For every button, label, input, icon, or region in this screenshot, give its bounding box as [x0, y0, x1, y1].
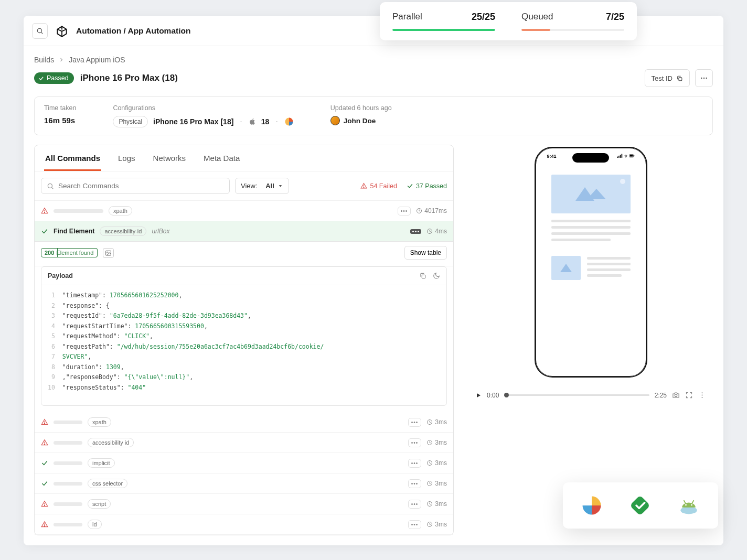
time-taken-label: Time taken [44, 104, 76, 112]
locator-pill: accessibility-id [100, 227, 146, 236]
svg-point-31 [44, 526, 45, 526]
row-more-button[interactable]: ••• [408, 520, 422, 529]
tab-meta-data[interactable]: Meta Data [202, 145, 241, 171]
svg-rect-34 [618, 156, 619, 158]
fullscreen-icon[interactable] [685, 391, 693, 399]
framework-icon [284, 117, 294, 126]
configurations-label: Configurations [113, 104, 293, 112]
updated-label: Updated 6 hours ago [330, 104, 392, 112]
svg-rect-39 [629, 155, 633, 157]
camera-icon[interactable] [672, 391, 680, 399]
svg-point-28 [44, 505, 45, 506]
theme-icon[interactable] [433, 272, 440, 279]
more-menu-button[interactable] [695, 69, 713, 87]
queued-label: Queued [521, 12, 553, 23]
passed-count: 37 Passed [407, 182, 447, 190]
failed-count: 54 Failed [360, 182, 397, 190]
tab-networks[interactable]: Networks [152, 145, 187, 171]
row-more-button[interactable]: ••• [398, 207, 411, 216]
parallel-label: Parallel [392, 12, 422, 23]
svg-point-23 [44, 444, 45, 445]
row-time: 3ms [426, 521, 447, 528]
svg-point-7 [48, 184, 52, 188]
row-more-button[interactable]: ••• [408, 479, 422, 488]
play-icon[interactable] [475, 392, 482, 399]
check-icon [407, 182, 413, 189]
show-table-button[interactable]: Show table [404, 246, 447, 260]
device-name: iPhone 16 Pro Max [18] [153, 117, 233, 126]
copy-icon[interactable] [419, 272, 426, 279]
svg-line-8 [52, 187, 54, 189]
row-more-button[interactable]: ••• [408, 418, 422, 427]
row-more-button[interactable]: ••• [408, 459, 422, 468]
command-row[interactable]: script•••3ms [35, 494, 453, 514]
chevron-right-icon [58, 57, 65, 63]
search-commands-input[interactable] [41, 178, 230, 194]
player-track[interactable] [504, 394, 649, 396]
command-row[interactable]: xpath ••• 4017ms [35, 201, 453, 221]
command-row[interactable]: css selector•••3ms [35, 473, 453, 494]
tab-logs[interactable]: Logs [117, 145, 136, 171]
search-icon [36, 27, 44, 35]
svg-point-45 [702, 397, 703, 398]
svg-point-20 [44, 424, 45, 424]
summary-card: Time taken 16m 59s Configurations Physic… [34, 96, 713, 135]
svg-rect-46 [629, 495, 650, 516]
preview-thumb [551, 256, 581, 280]
svg-point-43 [702, 392, 703, 393]
phone-time: 9:41 [547, 154, 557, 159]
row-detail-button[interactable] [410, 229, 421, 234]
check-icon [38, 76, 44, 81]
test-id-button[interactable]: Test ID [645, 69, 690, 87]
row-time: 3ms [426, 480, 447, 487]
more-vertical-icon[interactable] [698, 391, 706, 399]
configurations-row: Physical iPhone 16 Pro Max [18] · 18 · [113, 116, 293, 127]
svg-rect-40 [634, 155, 634, 156]
tabs: All CommandsLogsNetworksMeta Data [35, 145, 453, 171]
commands-panel: All CommandsLogsNetworksMeta Data View: … [34, 145, 454, 535]
payload-label: Payload [48, 272, 73, 279]
checkmark-badge-icon [629, 494, 651, 516]
command-row[interactable]: accessibility id•••3ms [35, 433, 453, 453]
svg-marker-41 [477, 393, 481, 397]
svg-marker-9 [279, 185, 282, 187]
locator-pill: implicit [88, 458, 115, 468]
screenshot-icon[interactable] [103, 248, 114, 258]
avatar [330, 116, 340, 125]
video-player[interactable]: 0:00 2:25 [475, 391, 706, 399]
search-button[interactable] [32, 23, 48, 39]
locator-pill: xpath [109, 206, 132, 216]
svg-rect-35 [620, 155, 621, 158]
status-text: Element found [52, 248, 98, 257]
svg-point-42 [675, 394, 677, 396]
svg-point-47 [680, 507, 697, 514]
clock-icon [426, 460, 433, 466]
apple-icon [249, 117, 256, 126]
row-more-button[interactable]: ••• [408, 438, 422, 447]
row-time: 3ms [426, 439, 447, 446]
command-row[interactable]: xpath•••3ms [35, 412, 453, 433]
command-row-expanded: Find Element accessibility-id urlBox 4ms [35, 221, 453, 242]
frameworks-card [563, 482, 718, 529]
parallel-value: 25/25 [472, 12, 495, 23]
breadcrumb-child[interactable]: Java Appium iOS [69, 56, 125, 64]
clock-icon [416, 208, 422, 214]
command-row[interactable]: id•••3ms [35, 514, 453, 535]
command-row[interactable]: implicit•••3ms [35, 453, 453, 473]
view-filter-dropdown[interactable]: View: All [235, 178, 289, 194]
row-time: 3ms [426, 459, 447, 467]
more-horizontal-icon [700, 74, 708, 82]
clock-icon [426, 228, 433, 234]
check-icon [41, 228, 48, 235]
row-more-button[interactable]: ••• [408, 500, 422, 509]
tab-all-commands[interactable]: All Commands [44, 145, 101, 171]
locator-pill: css selector [88, 479, 127, 488]
appium-icon [581, 494, 603, 516]
warning-icon [41, 500, 48, 508]
svg-point-3 [701, 78, 702, 79]
svg-point-48 [685, 504, 687, 506]
breadcrumb-root[interactable]: Builds [34, 56, 54, 64]
command-target: urlBox [152, 228, 169, 235]
player-current: 0:00 [487, 392, 499, 399]
locator-pill: xpath [88, 417, 111, 427]
